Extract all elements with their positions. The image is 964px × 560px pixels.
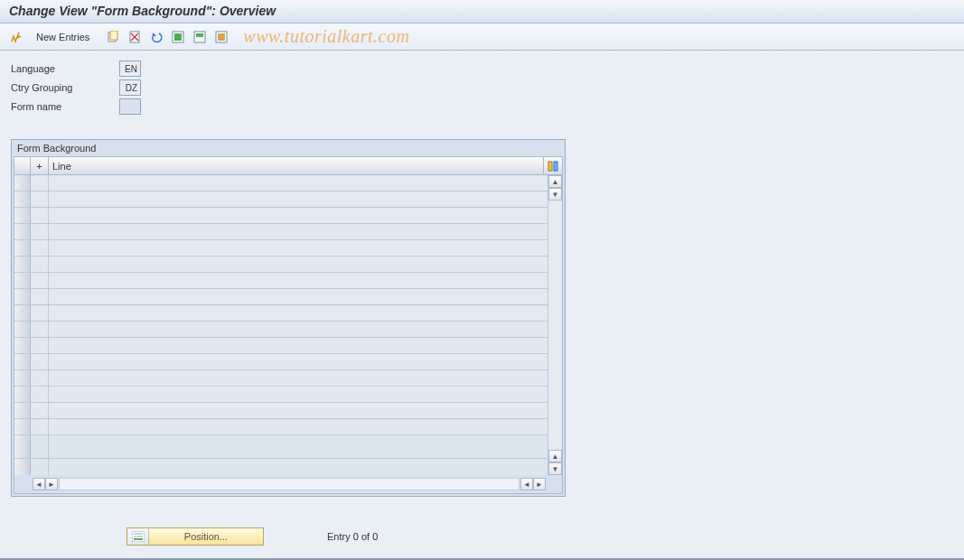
table-row[interactable] (14, 435, 548, 459)
new-entries-button[interactable]: New Entries (29, 30, 97, 44)
position-button[interactable]: Position... (126, 527, 264, 546)
undo-change-icon[interactable] (147, 28, 165, 46)
table-row[interactable] (14, 224, 548, 240)
delete-icon[interactable] (126, 28, 144, 46)
svg-rect-4 (174, 33, 182, 41)
grid: + Line (14, 156, 563, 494)
table-row[interactable] (14, 338, 548, 354)
field-ctry-grouping: Ctry Grouping (11, 79, 953, 97)
table-row[interactable] (14, 289, 548, 305)
language-input[interactable] (119, 61, 141, 77)
select-all-icon[interactable] (169, 28, 187, 46)
table-row[interactable] (14, 273, 548, 289)
svg-rect-10 (554, 162, 557, 171)
panel-title: Form Background (12, 140, 565, 156)
col-select-all[interactable] (14, 157, 31, 174)
table-row[interactable] (14, 419, 548, 435)
position-label: Position... (149, 531, 263, 542)
svg-rect-6 (196, 33, 203, 37)
table-row[interactable] (14, 175, 548, 191)
content-area: Language Ctry Grouping Form name Form Ba… (0, 51, 964, 546)
table-row[interactable] (14, 459, 548, 475)
language-label: Language (11, 63, 119, 74)
field-language: Language (11, 60, 953, 78)
svg-rect-9 (548, 162, 552, 171)
ctry-grouping-label: Ctry Grouping (11, 82, 119, 93)
table-row[interactable] (14, 257, 548, 273)
table-row[interactable] (14, 208, 548, 224)
table-row[interactable] (14, 305, 548, 322)
scroll-up-icon[interactable]: ▲ (548, 175, 562, 188)
scroll-down-icon[interactable]: ▼ (548, 188, 562, 201)
col-configure-icon[interactable] (544, 157, 562, 174)
table-row[interactable] (14, 322, 548, 338)
field-form-name: Form name (11, 98, 953, 116)
svg-rect-1 (110, 31, 117, 40)
table-row[interactable] (14, 370, 548, 387)
table-row[interactable] (14, 240, 548, 257)
grid-header: + Line (14, 157, 562, 175)
scroll-left-icon[interactable]: ◄ (520, 478, 533, 490)
scroll-up-icon[interactable]: ▲ (548, 450, 562, 462)
svg-rect-8 (218, 33, 225, 41)
scroll-right-icon[interactable]: ► (533, 478, 546, 490)
position-icon (127, 528, 149, 545)
toggle-display-icon[interactable] (7, 28, 25, 46)
app-toolbar: New Entries www.tutorialkart.com (0, 23, 964, 51)
col-plus[interactable]: + (31, 157, 49, 174)
entry-count: Entry 0 of 0 (327, 531, 378, 542)
table-row[interactable] (14, 387, 548, 403)
deselect-all-icon[interactable] (212, 28, 230, 46)
footer-bar: Position... Entry 0 of 0 (11, 527, 953, 546)
vertical-scrollbar[interactable]: ▲ ▼ ▲ ▼ (548, 175, 562, 475)
form-name-label: Form name (11, 101, 119, 112)
watermark-text: www.tutorialkart.com (243, 26, 409, 47)
ctry-grouping-input[interactable] (119, 79, 141, 96)
form-name-input[interactable] (119, 98, 141, 115)
select-block-icon[interactable] (191, 28, 209, 46)
horizontal-scrollbar[interactable]: ◄ ► ◄ ► (14, 475, 562, 493)
table-row[interactable] (14, 354, 548, 370)
table-row[interactable] (14, 191, 548, 208)
col-line[interactable]: Line (49, 157, 544, 174)
page-title: Change View "Form Background": Overview (0, 0, 964, 23)
grid-body: ▲ ▼ ▲ ▼ (14, 175, 562, 475)
table-row[interactable] (14, 403, 548, 419)
form-background-panel: Form Background + Line (11, 139, 566, 497)
scroll-down-icon[interactable]: ▼ (548, 462, 562, 475)
scroll-left-icon[interactable]: ◄ (33, 478, 45, 490)
copy-as-icon[interactable] (104, 28, 122, 46)
scroll-right-icon[interactable]: ► (45, 478, 58, 490)
